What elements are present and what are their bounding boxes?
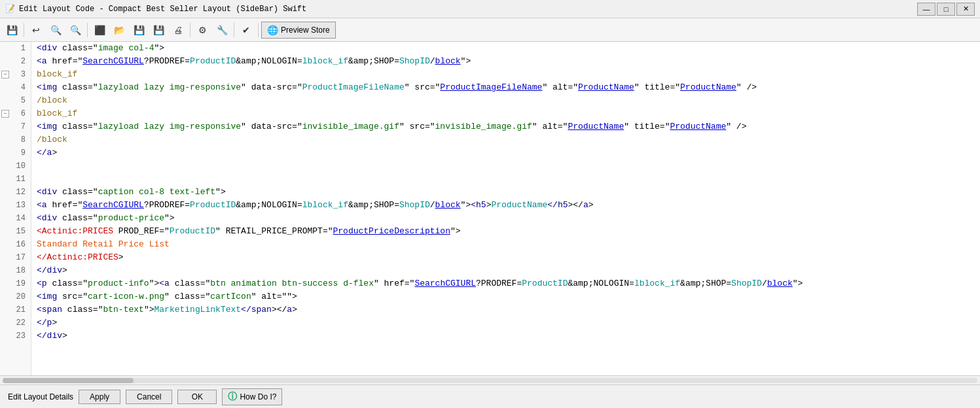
scroll-track[interactable]	[3, 378, 977, 383]
code-token: class="	[170, 277, 210, 290]
code-token: >	[62, 330, 67, 343]
code-token: ProductPriceDescription	[333, 225, 450, 238]
code-token: ProductImageFileName	[440, 81, 542, 94]
code-token: h5	[476, 199, 486, 212]
preview-store-button[interactable]: 🌐 Preview Store	[261, 22, 336, 39]
toolbar-print-button[interactable]: 🖨	[169, 22, 187, 39]
code-token: src="	[57, 290, 88, 303]
code-token: block_if	[37, 107, 77, 120]
line-numbers: 12−345−67891011121314151617181920212223	[0, 42, 31, 375]
code-token: cartIcon	[210, 290, 251, 303]
code-token: cart-icon-w.png	[88, 290, 164, 303]
code-token: " alt="	[251, 290, 287, 303]
toolbar-settings-button[interactable]: ⚙	[193, 22, 211, 39]
code-token: <	[37, 199, 42, 212]
code-token: ProductName	[680, 81, 736, 94]
code-token: /	[430, 55, 435, 68]
minimize-button[interactable]: —	[917, 3, 935, 16]
code-token: &amp;SHOP=	[348, 199, 399, 212]
code-line: <a href="SearchCGIURL?PRODREF=ProductID&…	[31, 55, 980, 68]
toolbar-open-button[interactable]: 📂	[110, 22, 128, 39]
code-token: ProductID	[190, 55, 236, 68]
code-token: span	[42, 303, 62, 316]
code-token: </	[37, 330, 47, 343]
code-line: <Actinic:PRICES PROD_REF="ProductID" RET…	[31, 225, 980, 238]
toolbar-validate-button[interactable]: ✔	[237, 22, 255, 39]
close-button[interactable]: ✕	[956, 3, 975, 16]
code-content[interactable]: <div class="image col-4"> <a href="Searc…	[31, 42, 980, 375]
code-token: " RETAIL_PRICE_PROMPT="	[215, 225, 333, 238]
preview-icon: 🌐	[267, 25, 278, 35]
toolbar-saveas-button[interactable]: 💾	[149, 22, 168, 39]
code-token: Standard Retail Price List	[37, 238, 170, 251]
toolbar-undo-button[interactable]: ↩	[27, 22, 45, 39]
apply-button[interactable]: Apply	[79, 390, 120, 404]
code-line: block_if	[31, 68, 980, 81]
toolbar-insert-button[interactable]: ⬛	[90, 22, 109, 39]
code-token: <	[159, 277, 164, 290]
code-token: >	[118, 251, 124, 264]
code-token: block	[767, 277, 793, 290]
code-token: ">	[461, 55, 471, 68]
code-token: invisible_image.gif	[302, 120, 399, 133]
code-token: ">	[287, 290, 297, 303]
code-token: lazyload lazy img-responsive	[98, 120, 241, 133]
code-token: " alt="	[542, 81, 578, 94]
line-number: 10	[0, 160, 31, 173]
ok-button[interactable]: OK	[177, 390, 217, 404]
code-token: </	[241, 303, 251, 316]
toolbar-tools-button[interactable]: 🔧	[213, 22, 231, 39]
code-token: ">	[164, 212, 175, 225]
line-number: 2	[0, 55, 31, 68]
code-token: image col-4	[98, 42, 154, 55]
code-line	[31, 160, 980, 173]
toolbar-zoom-in-button[interactable]: 🔍	[46, 22, 65, 39]
code-token: ">	[144, 303, 154, 316]
code-container[interactable]: 12−345−67891011121314151617181920212223 …	[0, 42, 980, 375]
code-token: PROD_REF="	[113, 225, 170, 238]
code-token: class="	[47, 277, 88, 290]
code-token: >	[52, 316, 57, 330]
code-token: img	[42, 290, 57, 303]
code-token: lblock_if	[634, 277, 680, 290]
collapse-icon[interactable]: −	[1, 71, 9, 78]
window-controls: — □ ✕	[917, 3, 975, 16]
line-number: 17	[0, 251, 31, 264]
line-number: 9	[0, 146, 31, 160]
line-number: 13	[0, 199, 31, 212]
scroll-thumb[interactable]	[3, 378, 134, 383]
code-token: <	[37, 42, 42, 55]
help-label: How Do I?	[240, 392, 276, 401]
code-token: href="	[47, 199, 83, 212]
toolbar-save-button[interactable]: 💾	[3, 22, 21, 39]
status-bar: Edit Layout Details Apply Cancel OK ⓘ Ho…	[0, 384, 980, 408]
cancel-button[interactable]: Cancel	[126, 390, 172, 404]
code-token: " alt="	[532, 120, 568, 133]
toolbar-zoom-out-button[interactable]: 🔍	[66, 22, 84, 39]
code-token: &amp;SHOP=	[348, 55, 399, 68]
line-number: 12	[0, 186, 31, 199]
code-token: </	[547, 199, 558, 212]
collapse-icon[interactable]: −	[1, 110, 9, 118]
toolbar-save2-button[interactable]: 💾	[130, 22, 148, 39]
code-line: <div class="caption col-8 text-left">	[31, 186, 980, 199]
code-line: </Actinic:PRICES>	[31, 251, 980, 264]
code-token: lazyload lazy img-responsive	[98, 81, 241, 94]
code-line: <a href="SearchCGIURL?PRODREF=ProductID&…	[31, 199, 980, 212]
code-token: &amp;NOLOGIN=	[236, 55, 302, 68]
code-line: /block	[31, 94, 980, 107]
line-number: −6	[0, 107, 31, 120]
maximize-button[interactable]: □	[937, 3, 955, 16]
horizontal-scrollbar[interactable]	[0, 375, 980, 384]
code-token: block	[435, 199, 461, 212]
line-number: 14	[0, 212, 31, 225]
help-button[interactable]: ⓘ How Do I?	[222, 388, 282, 405]
code-token: >	[62, 264, 67, 277]
code-token: img	[42, 120, 57, 133]
code-token: " title="	[624, 120, 670, 133]
code-token: " src="	[399, 120, 435, 133]
code-token: &amp;NOLOGIN=	[236, 199, 302, 212]
code-line: Standard Retail Price List	[31, 238, 980, 251]
line-number: 15	[0, 225, 31, 238]
code-token: <	[37, 212, 42, 225]
